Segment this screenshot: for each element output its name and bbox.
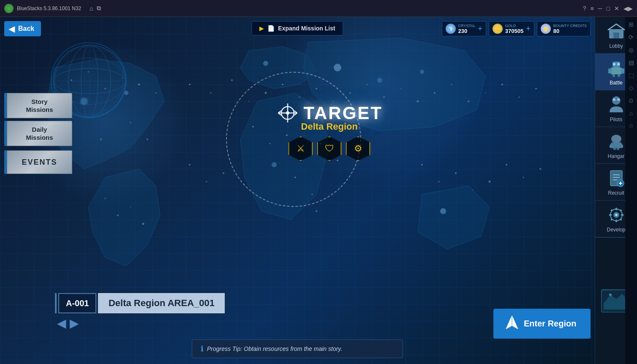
info-icon: ℹ (201, 344, 204, 353)
svg-point-48 (316, 210, 317, 212)
svg-point-61 (506, 164, 507, 166)
events-body: EVENTS (7, 150, 72, 174)
side-icon-3[interactable]: ◎ (629, 46, 634, 53)
window-icon[interactable]: ⧉ (96, 4, 101, 13)
svg-rect-113 (620, 218, 622, 221)
area-nav: ◀ ▶ (57, 316, 79, 330)
next-area-button[interactable]: ▶ (70, 316, 79, 330)
daily-missions-button[interactable]: DailyMissions (4, 121, 72, 146)
gold-info: GOLD 370505 (505, 24, 523, 34)
minimize-icon[interactable]: ─ (598, 5, 602, 12)
gold-icon: 🪙 (493, 24, 503, 34)
tip-text: Progress Tip: Obtain resources from the … (207, 345, 342, 352)
svg-point-105 (615, 214, 618, 216)
svg-rect-111 (620, 209, 622, 212)
svg-rect-110 (610, 209, 613, 212)
svg-point-2 (263, 61, 268, 66)
svg-point-87 (613, 63, 615, 65)
progress-tip: ℹ Progress Tip: Obtain resources from th… (192, 340, 403, 358)
bounty-value: 80 (553, 28, 587, 34)
svg-point-115 (609, 293, 612, 296)
sidebar-collapse-icon[interactable]: ◀▶ (623, 5, 633, 12)
side-icon-9[interactable]: ☆ (629, 122, 634, 129)
sidebar-develop-label: Develop (607, 227, 625, 233)
svg-rect-85 (612, 74, 615, 77)
area-id-label: A-001 (66, 299, 89, 308)
svg-rect-108 (609, 214, 612, 216)
menu-icon[interactable]: ≡ (590, 5, 593, 12)
enter-region-button[interactable]: Enter Region (493, 309, 591, 339)
side-icon-6[interactable]: ◇ (629, 84, 634, 91)
story-missions-label: StoryMissions (26, 98, 53, 114)
side-icon-4[interactable]: ▤ (629, 59, 634, 66)
close-icon[interactable]: ✕ (614, 5, 619, 12)
expand-mission-label: Expand Mission List (278, 25, 335, 32)
bounty-label: BOUNTY CREDITS (553, 24, 587, 28)
svg-rect-82 (611, 68, 622, 74)
svg-point-58 (455, 172, 457, 174)
svg-rect-109 (621, 214, 623, 216)
svg-rect-106 (615, 208, 617, 210)
play-icon: ▶ (259, 25, 264, 32)
side-icon-2[interactable]: ⟳ (629, 34, 634, 41)
maximize-icon[interactable]: □ (607, 5, 610, 12)
svg-point-7 (440, 208, 446, 214)
svg-point-49 (189, 164, 191, 166)
svg-rect-86 (618, 74, 620, 77)
back-arrow-icon: ◀ (8, 24, 15, 33)
svg-point-38 (519, 97, 520, 98)
crystal-value: 230 (458, 28, 476, 34)
main-container: TARGET Delta Region ⚔ 🛡 ⚙ (0, 17, 637, 364)
battle-icon (606, 58, 626, 78)
left-mission-menu: StoryMissions DailyMissions EVENTS (4, 93, 72, 174)
area-id-bar (55, 293, 57, 313)
svg-rect-84 (621, 68, 624, 73)
area-id-box: A-001 (58, 293, 96, 313)
sidebar-battle-label: Battle (610, 80, 623, 86)
expand-mission-button[interactable]: ▶ 📄 Expand Mission List (251, 21, 343, 35)
target-icons: ⚔ 🛡 ⚙ (289, 136, 370, 161)
daily-missions-body: DailyMissions (7, 121, 72, 146)
back-button[interactable]: ◀ Back (4, 21, 41, 36)
sidebar-hangar-label: Hangar (608, 153, 624, 159)
svg-rect-95 (617, 148, 619, 150)
svg-point-91 (617, 98, 620, 101)
svg-point-20 (210, 92, 212, 94)
app-title: BlueStacks 5.3.86.1001 N32 (17, 5, 81, 11)
svg-point-92 (611, 135, 621, 143)
area-name-text: Delta Region AREA_001 (109, 298, 215, 309)
document-icon: 📄 (267, 25, 275, 32)
svg-rect-83 (608, 68, 612, 73)
svg-rect-112 (610, 218, 613, 221)
sidebar-right-icons: ⊞ ⟳ ◎ ▤ ⬚ ◇ ⊙ ⌂ ☆ (625, 17, 637, 364)
back-label: Back (18, 25, 34, 33)
side-icon-1[interactable]: ⊞ (629, 21, 634, 28)
target-icon-gear: ⚙ (346, 136, 370, 161)
side-icon-8[interactable]: ⌂ (629, 110, 633, 117)
crystal-add-button[interactable]: + (478, 25, 482, 33)
area-name-box: Delta Region AREA_001 (98, 293, 225, 313)
right-sidebar: Lobby Battle (595, 17, 637, 364)
crystal-label: CRYSTAL (458, 24, 476, 28)
svg-point-39 (535, 88, 537, 90)
game-area: TARGET Delta Region ⚔ 🛡 ⚙ (0, 17, 595, 364)
gold-label: GOLD (505, 24, 523, 28)
svg-point-69 (286, 111, 289, 115)
svg-point-57 (438, 181, 440, 182)
side-icon-5[interactable]: ⬚ (629, 72, 634, 79)
side-icon-7[interactable]: ⊙ (629, 97, 634, 104)
bounty-info: BOUNTY CREDITS 80 (553, 24, 587, 34)
target-title: TARGET (303, 103, 383, 123)
svg-point-90 (613, 98, 615, 101)
home-icon[interactable]: ⌂ (89, 4, 94, 13)
story-missions-button[interactable]: StoryMissions (4, 93, 72, 118)
svg-rect-80 (613, 33, 619, 38)
help-icon[interactable]: ? (583, 5, 586, 12)
svg-point-63 (539, 168, 541, 170)
gold-add-button[interactable]: + (526, 25, 531, 33)
target-marker: TARGET Delta Region ⚔ 🛡 ⚙ (276, 101, 383, 161)
target-icon-shield: 🛡 (317, 136, 342, 161)
svg-point-37 (501, 84, 503, 85)
events-button[interactable]: EVENTS (4, 150, 72, 174)
prev-area-button[interactable]: ◀ (57, 316, 66, 330)
